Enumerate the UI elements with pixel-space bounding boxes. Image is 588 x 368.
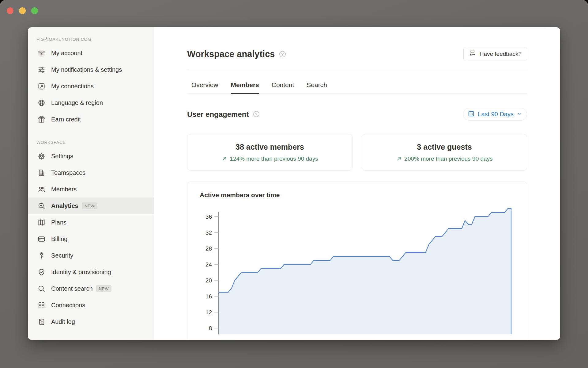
chat-bubble-icon [469, 50, 476, 59]
credit-card-icon [37, 235, 46, 243]
have-feedback-button[interactable]: Have feedback? [463, 47, 527, 61]
help-circle-icon[interactable]: ? [253, 111, 260, 118]
sliders-icon [37, 66, 46, 74]
workspace-section-label: WORKSPACE [28, 139, 154, 145]
header-divider [187, 69, 527, 69]
grid-icon [37, 301, 46, 309]
sidebar-item-label: Plans [51, 218, 66, 226]
settings-dialog: FIG@MAKENOTION.COM My accountMy notifica… [28, 27, 560, 340]
sidebar-item-label: Earn credit [51, 115, 81, 123]
desktop-background: FIG@MAKENOTION.COM My accountMy notifica… [0, 0, 588, 368]
sidebar-item-label: Connections [51, 301, 85, 309]
zoom-button[interactable] [31, 7, 38, 14]
chevron-down-icon [517, 111, 522, 118]
map-icon [37, 218, 46, 227]
sidebar-item-my-connections[interactable]: My connections [28, 78, 154, 94]
date-range-dropdown[interactable]: Last 90 Days [463, 108, 527, 121]
y-axis-label: 12 [205, 309, 212, 316]
sidebar-item-content-search[interactable]: Content searchNEW [28, 280, 154, 297]
sidebar-item-label: My notifications & settings [51, 66, 122, 74]
sidebar-item-settings[interactable]: Settings [28, 148, 154, 164]
page-title: Workspace analytics [187, 49, 275, 59]
sidebar-item-security[interactable]: Security [28, 247, 154, 264]
sidebar-item-audit-log[interactable]: Audit log [28, 313, 154, 330]
sidebar-item-plans[interactable]: Plans [28, 214, 154, 231]
user-engagement-header: User engagement ? Last 90 Days [187, 108, 527, 121]
sidebar-item-my-notifications-settings[interactable]: My notifications & settings [28, 61, 154, 78]
people-icon [37, 185, 46, 194]
sidebar-item-teamspaces[interactable]: Teamspaces [28, 164, 154, 181]
gift-icon [37, 115, 46, 124]
sidebar-item-label: My account [51, 49, 82, 57]
stat-card-active-guests: 3 active guests200% more than previous 9… [362, 134, 527, 171]
workspace-items-list: SettingsTeamspacesMembersAnalyticsNEWPla… [28, 148, 154, 330]
stat-card-title: 38 active members [236, 143, 304, 151]
chart-title: Active members over time [200, 191, 280, 199]
date-range-label: Last 90 Days [478, 111, 514, 118]
y-axis-label: 24 [205, 261, 212, 268]
page-header: Workspace analytics ? Have feedback? [187, 47, 527, 61]
y-axis-label: 32 [205, 229, 212, 236]
sidebar-item-earn-credit[interactable]: Earn credit [28, 111, 154, 128]
y-axis-label: 20 [205, 277, 212, 284]
arrow-up-right-box-icon [37, 82, 46, 90]
minimize-button[interactable] [19, 7, 26, 14]
tab-content[interactable]: Content [272, 81, 294, 94]
tab-search[interactable]: Search [307, 81, 327, 94]
stat-card-delta: 124% more than previous 90 days [221, 155, 318, 162]
y-axis-label: 28 [205, 245, 212, 252]
sidebar-item-language-region[interactable]: Language & region [28, 94, 154, 111]
analytics-main-panel: Workspace analytics ? Have feedback? Ove… [154, 27, 560, 340]
scroll-icon [37, 318, 46, 326]
chevron-down-icon [517, 111, 522, 116]
close-button[interactable] [7, 7, 13, 14]
window-controls [7, 7, 38, 14]
search-icon [37, 285, 46, 293]
stat-card-delta: 200% more than previous 90 days [396, 155, 492, 162]
chat-bubble-icon [469, 50, 476, 57]
sidebar-item-label: Security [51, 251, 73, 259]
sidebar-item-label: Analytics [51, 202, 78, 210]
tab-members[interactable]: Members [231, 81, 259, 94]
active-members-chart: 363228242016128 [187, 182, 527, 334]
svg-text:?: ? [255, 112, 258, 116]
arrow-up-right-icon [221, 156, 227, 162]
sidebar-item-label: Members [51, 185, 77, 193]
analytics-tabs: OverviewMembersContentSearch [187, 81, 527, 94]
avatar-koala-icon [37, 49, 46, 57]
sidebar-item-label: Teamspaces [51, 169, 85, 177]
sidebar-item-billing[interactable]: Billing [28, 231, 154, 247]
help-circle-icon: ? [253, 111, 260, 117]
sidebar-item-label: My connections [51, 82, 94, 90]
sidebar-item-connections[interactable]: Connections [28, 297, 154, 313]
new-badge: NEW [82, 202, 97, 209]
svg-text:?: ? [281, 52, 284, 56]
have-feedback-label: Have feedback? [480, 51, 522, 57]
sidebar-item-label: Audit log [51, 318, 75, 326]
sidebar-item-label: Identity & provisioning [51, 268, 111, 276]
search-sparkle-icon [37, 202, 46, 210]
account-section-label: FIG@MAKENOTION.COM [28, 36, 154, 42]
y-axis-label: 36 [205, 213, 212, 220]
tab-overview[interactable]: Overview [191, 81, 218, 94]
sidebar-item-identity-provisioning[interactable]: Identity & provisioning [28, 264, 154, 280]
shield-check-icon [37, 268, 46, 276]
sidebar-item-label: Settings [51, 152, 73, 160]
stat-card-delta-text: 124% more than previous 90 days [230, 155, 318, 162]
stat-card-active-members: 38 active members124% more than previous… [187, 134, 352, 171]
active-members-chart-card: 363228242016128 Active members over time [187, 182, 527, 340]
help-circle-icon[interactable]: ? [279, 51, 286, 58]
sidebar-item-label: Billing [51, 235, 67, 243]
gear-icon [37, 152, 46, 160]
stat-cards-row: 38 active members124% more than previous… [187, 134, 527, 171]
help-circle-icon: ? [279, 51, 286, 58]
y-axis-label: 16 [205, 293, 212, 300]
sidebar-item-analytics[interactable]: AnalyticsNEW [28, 197, 154, 214]
stat-card-delta-text: 200% more than previous 90 days [404, 155, 492, 162]
account-items-list: My accountMy notifications & settingsMy … [28, 45, 154, 128]
sidebar-item-label: Language & region [51, 99, 103, 107]
arrow-up-right-icon [396, 156, 402, 162]
key-icon [37, 251, 46, 260]
sidebar-item-my-account[interactable]: My account [28, 45, 154, 61]
sidebar-item-members[interactable]: Members [28, 181, 154, 197]
